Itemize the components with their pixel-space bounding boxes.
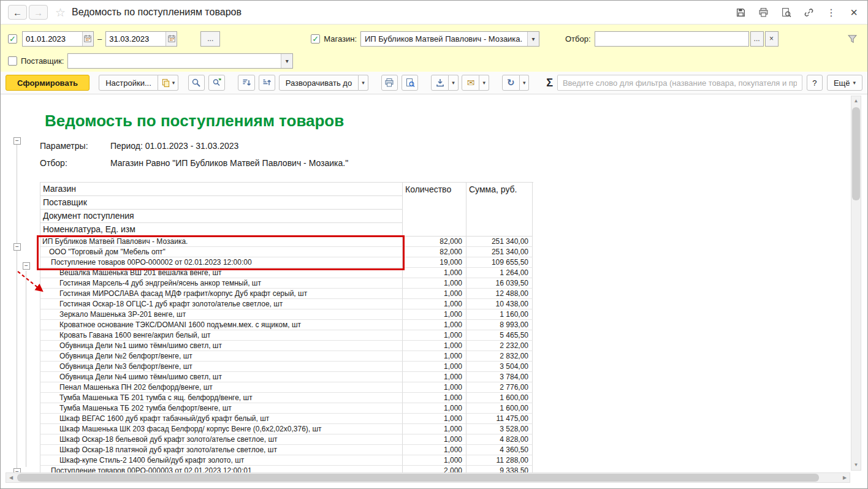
table-row[interactable]: Шкаф-купе Стиль-2 1400 белый/дуб крафт з… (40, 455, 533, 466)
cell-quantity[interactable]: 1,000 (403, 403, 466, 414)
cell-sum[interactable]: 1 600,00 (466, 403, 533, 414)
selection-clear-button[interactable]: × (765, 31, 779, 47)
cell-sum[interactable]: 16 039,50 (466, 278, 533, 289)
cell-name[interactable]: Обувница Дели №3 белфорт/венге, шт (40, 362, 403, 372)
header-nomenclature[interactable]: Номенклатура, Ед. изм (40, 223, 403, 237)
more-button[interactable]: Ещё▾ (827, 75, 862, 91)
group-collapse-toggle[interactable]: − (13, 243, 21, 251)
cell-sum[interactable]: 5 465,50 (466, 330, 533, 341)
get-link-button[interactable] (802, 6, 815, 18)
cell-name[interactable]: Обувница Дели №4 шимо тёмн/шимо светл, ш… (40, 372, 403, 382)
forward-button[interactable]: → (29, 5, 48, 20)
send-mail-button[interactable]: ✉ (462, 75, 479, 91)
cell-quantity[interactable]: 19,000 (403, 257, 466, 268)
table-row[interactable]: ООО "Торговый дом "Мебель опт"82,000251 … (40, 247, 533, 257)
refresh-dropdown[interactable]: ▾ (520, 75, 530, 91)
selection-input[interactable] (595, 32, 748, 46)
cell-name[interactable]: Тумба Машенька ТБ 201 тумба с ящ. белфор… (40, 393, 403, 403)
cell-quantity[interactable]: 1,000 (403, 341, 466, 351)
expand-to-dropdown[interactable]: ▾ (359, 75, 368, 91)
print-button[interactable] (757, 6, 769, 18)
find-button[interactable] (188, 75, 205, 91)
preview-button[interactable] (780, 6, 792, 18)
scroll-down-arrow[interactable]: ▼ (851, 460, 861, 470)
print-report-button[interactable] (381, 75, 398, 91)
cell-quantity[interactable]: 1,000 (403, 393, 466, 403)
table-row[interactable]: Шкаф Оскар-18 платяной дуб крафт золото/… (40, 445, 533, 455)
table-row[interactable]: Кроватное основание ТЭКС/DOMANI 1600 под… (40, 320, 533, 330)
close-icon[interactable]: × (848, 6, 860, 18)
cell-sum[interactable]: 4 828,00 (466, 434, 533, 445)
cell-name[interactable]: Тумба Машенька ТБ 202 тумба белфорт/венг… (40, 403, 403, 414)
header-quantity[interactable]: Количество (403, 183, 466, 237)
cell-name[interactable]: Кровать Гавана 1600 венге/акрил белый, ш… (40, 330, 403, 341)
table-row[interactable]: Шкаф Машенька ШК 203 фасад Белфорд/ корп… (40, 424, 533, 434)
quick-filter-input[interactable] (557, 75, 802, 91)
settings-button[interactable]: Настройки... (99, 75, 158, 91)
filter-settings-button[interactable] (844, 31, 860, 47)
date-to-calendar-button[interactable] (166, 32, 177, 46)
header-supplier[interactable]: Поставщик (40, 196, 403, 210)
store-checkbox[interactable]: ✓ (311, 34, 320, 44)
cell-name[interactable]: Зеркало Машенька ЗР-201 венге, шт (40, 309, 403, 320)
group-collapse-toggle[interactable]: − (23, 262, 30, 270)
cell-sum[interactable]: 2 832,00 (466, 351, 533, 362)
supplier-checkbox[interactable]: ✓ (8, 56, 17, 66)
cell-sum[interactable]: 1 264,00 (466, 268, 533, 278)
supplier-combo[interactable]: ▾ (67, 53, 293, 69)
cell-sum[interactable]: 8 993,00 (466, 320, 533, 330)
cell-quantity[interactable]: 1,000 (403, 372, 466, 382)
table-row[interactable]: Обувница Дели №3 белфорт/венге, шт1,0003… (40, 362, 533, 372)
cell-quantity[interactable]: 82,000 (403, 247, 466, 257)
collapse-groups-button[interactable] (238, 75, 255, 91)
generate-button[interactable]: Сформировать (6, 75, 89, 91)
cell-name[interactable]: Поступление товаров 00РО-000002 от 02.01… (40, 257, 403, 268)
period-variants-button[interactable]: ... (200, 31, 220, 47)
store-combo[interactable]: ИП Бубликов Матвей Павлович - Мозаика. ▾ (360, 31, 539, 47)
chevron-down-icon[interactable]: ▾ (281, 54, 292, 68)
cell-sum[interactable]: 3 504,00 (466, 362, 533, 372)
cell-name[interactable]: Шкаф Оскар-18 бельевой дуб крафт золото/… (40, 434, 403, 445)
cell-quantity[interactable]: 1,000 (403, 278, 466, 289)
table-row[interactable]: Шкаф Оскар-18 бельевой дуб крафт золото/… (40, 434, 533, 445)
refresh-button[interactable]: ↻ (502, 75, 520, 91)
cell-quantity[interactable]: 1,000 (403, 268, 466, 278)
expand-to-button[interactable]: Разворачивать до (279, 75, 359, 91)
autosum-button[interactable]: Σ (542, 75, 557, 91)
cell-name[interactable]: ИП Бубликов Матвей Павлович - Мозаика. (40, 237, 403, 247)
date-to-input[interactable] (106, 32, 166, 46)
cell-quantity[interactable]: 1,000 (403, 320, 466, 330)
table-row[interactable]: Обувница Дели №1 шимо тёмн/шимо светл, ш… (40, 341, 533, 351)
cell-sum[interactable]: 11 288,00 (466, 455, 533, 466)
cell-sum[interactable]: 2 776,00 (466, 382, 533, 393)
cell-name[interactable]: ООО "Торговый дом "Мебель опт" (40, 247, 403, 257)
cell-quantity[interactable]: 1,000 (403, 382, 466, 393)
table-row[interactable]: Обувница Дели №2 белфорт/венге, шт1,0002… (40, 351, 533, 362)
print-preview-button[interactable] (402, 75, 419, 91)
cell-quantity[interactable]: 1,000 (403, 445, 466, 455)
period-checkbox[interactable]: ✓ (8, 34, 17, 44)
table-row[interactable]: Тумба Машенька ТБ 202 тумба белфорт/венг… (40, 403, 533, 414)
scroll-up-arrow[interactable]: ▲ (851, 96, 861, 106)
scroll-left-arrow[interactable]: ◀ (6, 473, 16, 482)
cell-name[interactable]: Шкаф-купе Стиль-2 1400 белый/дуб крафт з… (40, 455, 403, 466)
cell-quantity[interactable]: 1,000 (403, 414, 466, 424)
table-row[interactable]: ИП Бубликов Матвей Павлович - Мозаика.82… (40, 237, 533, 247)
cell-sum[interactable]: 251 340,00 (466, 247, 533, 257)
cell-quantity[interactable]: 1,000 (403, 289, 466, 299)
date-from-calendar-button[interactable] (82, 32, 93, 46)
cell-sum[interactable]: 4 360,50 (466, 445, 533, 455)
vertical-scrollbar[interactable]: ▲ ▼ (851, 96, 861, 471)
cell-name[interactable]: Вешалка Машенька ВШ 201 вешалка венге, ш… (40, 268, 403, 278)
cell-quantity[interactable]: 1,000 (403, 309, 466, 320)
favorite-star-icon[interactable]: ☆ (55, 6, 66, 20)
cell-sum[interactable]: 109 655,50 (466, 257, 533, 268)
report-variants-button[interactable]: ▾ (158, 75, 179, 91)
cell-sum[interactable]: 3 528,00 (466, 424, 533, 434)
cell-quantity[interactable]: 1,000 (403, 330, 466, 341)
table-row[interactable]: Вешалка Машенька ВШ 201 вешалка венге, ш… (40, 268, 533, 278)
header-sum[interactable]: Сумма, руб. (466, 183, 533, 237)
scroll-right-arrow[interactable]: ▶ (840, 473, 850, 482)
cell-name[interactable]: Шкаф ВЕГАС 1600 дуб крафт табачный/дуб к… (40, 414, 403, 424)
cell-quantity[interactable]: 1,000 (403, 455, 466, 466)
